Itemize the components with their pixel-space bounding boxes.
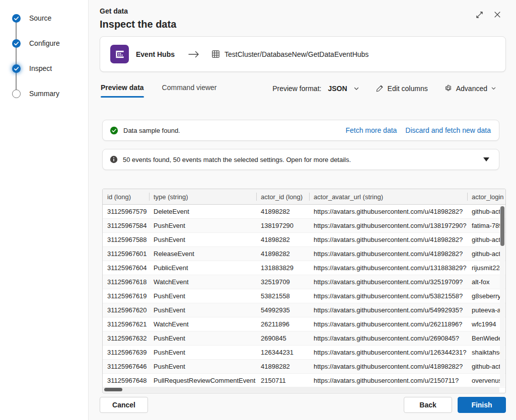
table-cell: PushEvent [149,331,256,345]
footer-actions: Cancel Back Finish [100,397,506,413]
vertical-scrollbar[interactable] [500,205,505,387]
pencil-icon [376,84,384,93]
finish-button[interactable]: Finish [458,397,506,413]
back-button[interactable]: Back [404,397,452,413]
table-row: 31125967604PublicEvent131883829https://a… [103,261,505,275]
step-check-icon [12,64,21,73]
tab-list: Preview dataCommand viewer [101,82,217,98]
column-header: type (string) [149,189,256,204]
table-cell: 138197290 [256,219,309,232]
table-cell: 31125967619 [103,289,149,303]
column-header: id (long) [103,189,149,204]
table-cell: PushEvent [149,346,256,359]
wizard-stepper: SourceConfigureInspectSummary [0,0,89,420]
fetch-more-data-link[interactable]: Fetch more data [345,126,397,134]
table-cell: 2690845 [256,331,309,345]
sidebar-step-inspect[interactable]: Inspect [0,56,88,81]
advanced-button[interactable]: Advanced [442,83,498,94]
preview-table: id (long)type (string)actor_id (long)act… [102,189,506,393]
table-cell: 31125967588 [103,233,149,246]
step-label: Summary [29,90,59,98]
vertical-scrollbar-thumb[interactable] [500,206,504,246]
preview-format-dropdown[interactable]: JSON [326,83,361,94]
table-row: 31125967588PushEvent41898282https://avat… [103,233,505,247]
table-cell: https://avatars.githubusercontent.com/u/… [309,317,467,331]
expand-icon[interactable] [474,9,485,20]
sidebar-step-source[interactable]: Source [0,6,88,31]
tabs-toolbar-row: Preview dataCommand viewer Preview forma… [100,82,506,98]
step-label: Source [29,14,51,22]
table-cell: WatchEvent [149,275,256,289]
horizontal-scrollbar-thumb[interactable] [104,388,122,391]
close-icon[interactable] [492,9,503,20]
table-row: 31125967648PullRequestReviewCommentEvent… [103,374,505,388]
step-empty-circle-icon [12,90,21,98]
cancel-button[interactable]: Cancel [100,397,148,413]
table-cell: 31125967584 [103,219,149,232]
table-cell: https://avatars.githubusercontent.com/u/… [309,303,467,317]
table-cell: 31125967618 [103,275,149,289]
table-cell: 31125967604 [103,261,149,275]
table-cell: https://avatars.githubusercontent.com/u/… [309,247,467,261]
table-cell: 2150711 [256,374,309,387]
tab-preview-data[interactable]: Preview data [101,82,144,98]
step-label: Configure [29,39,60,47]
table-row: 31125967584PushEvent138197290https://ava… [103,219,505,233]
chevron-down-icon [491,86,496,91]
tab-command-viewer[interactable]: Command viewer [162,82,217,98]
table-cell: 31125967632 [103,331,149,345]
table-cell: https://avatars.githubusercontent.com/u/… [309,289,467,303]
data-sample-message: Data sample found. [123,127,180,134]
edit-columns-button[interactable]: Edit columns [374,83,430,94]
table-cell: https://avatars.githubusercontent.com/u/… [309,261,467,275]
dialog-title: Get data [100,7,176,15]
table-cell: PushEvent [149,289,256,303]
table-cell: 31125967579 [103,205,149,218]
table-cell: 54992935 [256,303,309,317]
table-cell: 41898282 [256,205,309,218]
table-cell: https://avatars.githubusercontent.com/u/… [309,331,467,345]
table-row: 31125967620PushEvent54992935https://avat… [103,303,505,317]
table-cell: WatchEvent [149,317,256,331]
table-cell: 41898282 [256,247,309,261]
table-body: 31125967579DeleteEvent41898282https://av… [103,205,505,388]
footer-right-group: Back Finish [404,397,506,413]
table-cell: PushEvent [149,360,256,373]
table-cell: https://avatars.githubusercontent.com/u/… [309,275,467,289]
get-data-dialog: SourceConfigureInspectSummary Get data I… [0,0,516,420]
title-block: Get data Inspect the data [100,7,176,30]
table-cell: PushEvent [149,303,256,317]
table-cell: https://avatars.githubusercontent.com/u/… [309,360,467,373]
table-cell: 31125967639 [103,346,149,359]
table-cell: https://avatars.githubusercontent.com/u/… [309,219,467,232]
table-cell: 32519709 [256,275,309,289]
events-info-bar: 50 events found, 50 events match the sel… [102,149,499,170]
source-card: Event Hubs TestCluster/DatabaseNew/GetDa… [100,36,506,72]
table-cell: https://avatars.githubusercontent.com/u/… [309,346,467,359]
table-cell: 41898282 [256,360,309,373]
expand-details-icon[interactable] [482,156,491,163]
page-title: Inspect the data [100,19,176,30]
table-cell: 31125967620 [103,303,149,317]
advanced-label: Advanced [456,85,487,93]
horizontal-scrollbar[interactable] [103,387,499,392]
table-header-row: id (long)type (string)actor_id (long)act… [103,189,505,205]
data-sample-bar: Data sample found. Fetch more dataDiscar… [102,120,499,141]
sidebar-step-configure[interactable]: Configure [0,31,88,56]
table-row: 31125967632PushEvent2690845https://avata… [103,331,505,346]
table-cell: PullRequestReviewCommentEvent [149,374,256,387]
table-cell: 31125967601 [103,247,149,261]
table-cell: 53821558 [256,289,309,303]
table-cell: PushEvent [149,233,256,246]
discard-and-fetch-new-data-link[interactable]: Discard and fetch new data [405,126,491,134]
table-cell: PublicEvent [149,261,256,275]
table-row: 31125967621WatchEvent26211896https://ava… [103,317,505,331]
window-controls [474,9,503,20]
table-cell: DeleteEvent [149,205,256,218]
preview-format-label: Preview format: [272,85,321,93]
table-row: 31125967646PushEvent41898282https://avat… [103,360,505,374]
sidebar-step-summary: Summary [0,81,88,106]
table-cell: 131883829 [256,261,309,275]
step-label: Inspect [29,64,52,72]
table-cell: https://avatars.githubusercontent.com/u/… [309,205,467,218]
